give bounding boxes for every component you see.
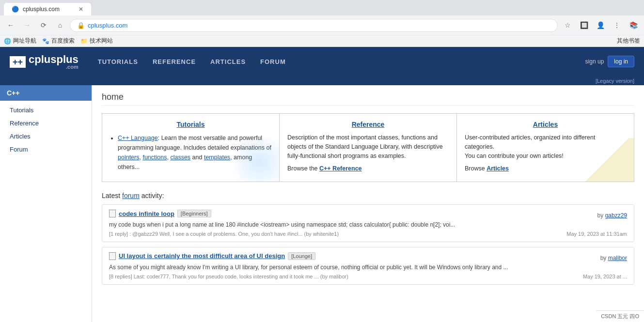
sidebar-title: C++: [0, 85, 92, 101]
forum-badge-2: [Lounge]: [288, 252, 315, 260]
bookmark-icon: 📁: [80, 38, 88, 45]
bookmark-icon: 🐾: [42, 38, 49, 45]
forum-date-2: May 19, 2023 at ...: [583, 274, 627, 279]
bookmark-baidu[interactable]: 🐾 百度搜索: [42, 37, 75, 45]
forum-date-1: May 19, 2023 at 11:31am: [566, 231, 627, 237]
bookmark-label: 网址导航: [13, 37, 36, 45]
site-container: C++ Tutorials Reference Articles Forum h…: [0, 85, 644, 322]
lock-icon: 🔒: [77, 22, 85, 29]
nav-bar: ← → ⟳ ⌂ 🔒 cplusplus.com ☆ 🔲 👤 ⋮ 📚: [0, 15, 644, 35]
reference-description: Description of the most important classe…: [287, 133, 449, 160]
forum-excerpt-1: my code bugs when i put a long name at l…: [109, 221, 627, 229]
other-bookmarks-label: 其他书签: [617, 37, 640, 45]
activity-text: activity:: [140, 192, 164, 199]
forum-doc-icon-1: [109, 210, 116, 217]
menu-button[interactable]: ⋮: [610, 18, 624, 32]
forum-item-2: UI layout is certainly the most difficul…: [102, 247, 634, 285]
sidebar-item-forum[interactable]: Forum: [0, 143, 92, 156]
forum-item-1: codes infinite loop [Beginners] by gabzz…: [102, 204, 634, 242]
sidebar-item-reference[interactable]: Reference: [0, 117, 92, 130]
profile-button[interactable]: 👤: [594, 18, 607, 32]
forum-thread-1-link[interactable]: codes infinite loop: [119, 210, 174, 217]
back-button[interactable]: ←: [4, 18, 17, 32]
site-header: ++ cplusplus .com TUTORIALS REFERENCE AR…: [0, 47, 644, 76]
website: ++ cplusplus .com TUTORIALS REFERENCE AR…: [0, 47, 644, 322]
forum-item-1-header: codes infinite loop [Beginners] by gabzz…: [109, 210, 627, 219]
bookmark-icon: 🌐: [4, 38, 11, 45]
bookmark-tech[interactable]: 📁 技术网站: [80, 37, 113, 45]
card-reference: Reference Description of the most import…: [280, 114, 457, 182]
reload-button[interactable]: ⟳: [37, 18, 50, 32]
active-tab[interactable]: 🔵 cplusplus.com ✕: [4, 3, 91, 15]
other-bookmarks[interactable]: 其他书签: [617, 37, 640, 45]
sidebar-link-forum[interactable]: Forum: [0, 143, 92, 156]
latest-text: Latest: [102, 192, 122, 199]
sidebar-link-reference[interactable]: Reference: [0, 117, 92, 130]
articles-browse: Browse Articles: [465, 164, 626, 173]
main-content: home Tutorials C++ Language: Learn the m…: [92, 85, 644, 322]
nav-reference[interactable]: REFERENCE: [153, 58, 196, 65]
home-button[interactable]: ⌂: [53, 18, 67, 32]
sidebar-link-tutorials[interactable]: Tutorials: [0, 104, 92, 117]
tutorials-list-item: C++ Language: Learn the most versatile a…: [118, 133, 271, 172]
sidebar-item-tutorials[interactable]: Tutorials: [0, 104, 92, 117]
login-button[interactable]: log in: [608, 56, 634, 67]
cards-row: Tutorials C++ Language: Learn the most v…: [102, 113, 634, 182]
address-bar[interactable]: 🔒 cplusplus.com: [70, 19, 558, 32]
classes-link[interactable]: classes: [170, 154, 190, 161]
browse-reference-link[interactable]: C++ Reference: [319, 165, 362, 172]
card-tutorials-title[interactable]: Tutorials: [110, 121, 271, 128]
signup-link[interactable]: sign up: [585, 58, 604, 65]
tab-favicon: 🔵: [12, 6, 19, 13]
pointers-link[interactable]: pointers: [118, 154, 139, 161]
forum-author-2: by malibor: [600, 255, 627, 261]
sidebar-item-articles[interactable]: Articles: [0, 130, 92, 143]
site-logo[interactable]: ++ cplusplus .com: [10, 53, 79, 70]
card-articles-title[interactable]: Articles: [465, 121, 626, 128]
forum-badge-1: [Beginners]: [177, 210, 211, 217]
legacy-link[interactable]: [Legacy version]: [596, 78, 634, 84]
author-link-2[interactable]: malibor: [608, 255, 627, 261]
bookmark-web-nav[interactable]: 🌐 网址导航: [4, 37, 36, 45]
forum-item-2-header: UI layout is certainly the most difficul…: [109, 252, 627, 261]
legacy-bar: [Legacy version]: [0, 76, 644, 85]
forward-button[interactable]: →: [20, 18, 34, 32]
extensions-button[interactable]: 🔲: [577, 18, 591, 32]
bookmark-star-button[interactable]: ☆: [561, 18, 574, 32]
page-title: home: [102, 92, 634, 106]
reply-text-2: [8 replies] Last: coder777, Thank you fo…: [109, 274, 348, 279]
nav-articles[interactable]: ARTICLES: [210, 58, 246, 65]
nav-forum[interactable]: FORUM: [260, 58, 286, 65]
tab-close-icon[interactable]: ✕: [79, 6, 83, 13]
by-text-1: by: [597, 212, 605, 219]
sidebar: C++ Tutorials Reference Articles Forum: [0, 85, 92, 322]
forum-item-1-title: codes infinite loop [Beginners]: [109, 210, 211, 217]
articles-description: User-contributed articles, organized int…: [465, 133, 626, 160]
bottom-bar-text: CSDN 五元 四O: [601, 313, 639, 320]
browser-chrome: 🔵 cplusplus.com ✕ ← → ⟳ ⌂ 🔒 cplusplus.co…: [0, 0, 644, 47]
bookmarks-sidebar-button[interactable]: 📚: [627, 18, 640, 32]
browse-text: Browse: [465, 165, 487, 172]
forum-thread-2-link[interactable]: UI layout is certainly the most difficul…: [119, 252, 285, 260]
browse-articles-link[interactable]: Articles: [487, 165, 509, 172]
forum-link[interactable]: forum: [122, 192, 140, 199]
author-link-1[interactable]: gabzz29: [605, 212, 627, 219]
functions-link[interactable]: functions: [142, 154, 167, 161]
sidebar-links: Tutorials Reference Articles Forum: [0, 101, 92, 159]
header-auth: sign up log in: [585, 56, 634, 67]
forum-reply-2: [8 replies] Last: coder777, Thank you fo…: [109, 274, 348, 279]
forum-item-2-title: UI layout is certainly the most difficul…: [109, 252, 315, 260]
templates-link[interactable]: templates: [204, 154, 230, 161]
tab-bar: 🔵 cplusplus.com ✕: [0, 0, 644, 15]
card-reference-title[interactable]: Reference: [287, 121, 449, 128]
forum-section-title: Latest forum activity:: [102, 192, 634, 199]
by-text-2: by: [600, 255, 608, 261]
cpp-language-link[interactable]: C++ Language: [118, 135, 158, 141]
sidebar-link-articles[interactable]: Articles: [0, 130, 92, 143]
logo-icon: ++: [10, 56, 26, 68]
forum-doc-icon-2: [109, 252, 116, 260]
browse-the-text: Browse the: [287, 165, 319, 172]
bookmark-label: 百度搜索: [51, 37, 75, 45]
nav-tutorials[interactable]: TUTORIALS: [98, 58, 138, 65]
bookmarks-bar: 🌐 网址导航 🐾 百度搜索 📁 技术网站 其他书签: [0, 35, 644, 46]
